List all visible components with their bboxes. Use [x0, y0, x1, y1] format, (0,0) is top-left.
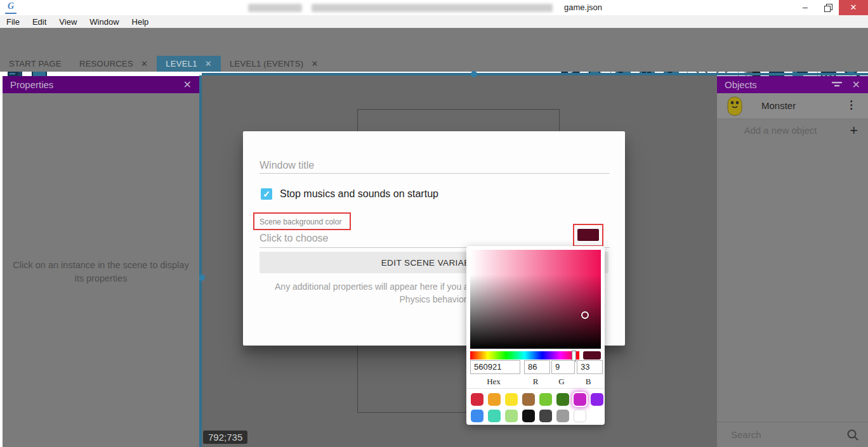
close-button[interactable]: ✕ — [839, 0, 868, 15]
monster-thumbnail-icon — [727, 96, 742, 116]
annotation-box-swatch — [573, 224, 603, 247]
green-label: G — [551, 377, 572, 387]
restore-button[interactable] — [817, 0, 839, 15]
close-tab-icon[interactable]: ✕ — [205, 59, 212, 68]
preset-swatch[interactable] — [591, 393, 603, 406]
title-bar: G game.json – ✕ — [0, 0, 868, 15]
red-input[interactable]: 86 — [524, 360, 550, 374]
minimize-button[interactable]: – — [794, 0, 816, 15]
preset-swatch[interactable] — [488, 410, 501, 422]
tab-resources[interactable]: RESOURCES✕ — [70, 56, 157, 72]
preset-swatch[interactable] — [539, 410, 552, 422]
preset-swatch[interactable] — [556, 410, 569, 422]
saturation-marker[interactable] — [581, 311, 589, 319]
preset-swatch[interactable] — [471, 410, 483, 422]
redacted-path-text — [312, 4, 553, 12]
color-picker-popover: 560921 86 9 33 Hex R G B — [466, 246, 605, 425]
properties-panel-header: Properties ✕ — [3, 76, 199, 93]
menu-edit[interactable]: Edit — [26, 17, 53, 27]
editor-tabs: START PAGE RESOURCES✕ LEVEL1✕ LEVEL1 (EV… — [0, 56, 868, 72]
menu-bar: File Edit View Window Help — [0, 15, 868, 29]
preset-swatch-row — [471, 393, 603, 406]
close-tab-icon[interactable]: ✕ — [141, 59, 148, 68]
tab-start-page[interactable]: START PAGE — [0, 56, 70, 72]
window-title-input[interactable]: Window title — [260, 160, 314, 171]
objects-panel-title: Objects — [725, 79, 757, 90]
main-toolbar: 1:1 — [0, 28, 868, 56]
green-input[interactable]: 9 — [551, 360, 575, 374]
window-title: game.json — [564, 3, 602, 12]
saturation-gradient[interactable] — [470, 250, 601, 349]
preset-swatch[interactable] — [488, 393, 501, 406]
search-icon — [846, 429, 859, 441]
menu-file[interactable]: File — [0, 17, 26, 27]
annotation-box-label — [253, 212, 351, 230]
picker-current-color-swatch — [583, 351, 601, 360]
preset-swatch-selected[interactable] — [574, 393, 586, 406]
red-label: R — [524, 377, 547, 387]
pane-resize-handle[interactable] — [199, 275, 205, 281]
menu-window[interactable]: Window — [83, 17, 125, 27]
properties-panel: Properties ✕ Click on an instance in the… — [3, 76, 199, 447]
pane-divider-horizontal[interactable] — [202, 73, 868, 75]
preset-swatch[interactable] — [522, 393, 535, 406]
search-input[interactable]: Search — [731, 429, 761, 440]
objects-panel-header: Objects ✕ — [717, 76, 868, 93]
close-tab-icon[interactable]: ✕ — [311, 59, 318, 68]
object-row-monster[interactable]: Monster ⋮ — [717, 93, 868, 119]
cursor-coordinates-badge: 792;735 — [203, 431, 247, 444]
restore-icon — [824, 6, 831, 12]
preset-swatch[interactable] — [505, 410, 518, 422]
object-menu-icon[interactable]: ⋮ — [846, 98, 857, 112]
gdevelop-logo-icon: G — [5, 1, 16, 14]
object-name: Monster — [761, 100, 796, 111]
blue-input[interactable]: 33 — [577, 360, 603, 374]
pane-divider-vertical[interactable] — [199, 75, 202, 447]
redacted-title-text — [248, 4, 302, 12]
plus-icon[interactable]: + — [850, 122, 858, 139]
filter-icon[interactable] — [831, 81, 843, 89]
objects-panel: Objects ✕ Monster ⋮ Add a new object + S… — [717, 76, 868, 447]
preset-swatch[interactable] — [574, 410, 586, 422]
objects-search-row[interactable]: Search — [717, 422, 868, 447]
tab-level1[interactable]: LEVEL1✕ — [157, 56, 221, 72]
picker-divider — [466, 388, 605, 389]
stop-musics-checkbox[interactable]: ✓ — [261, 188, 272, 200]
add-object-label: Add a new object — [717, 125, 844, 136]
tab-level1-events[interactable]: LEVEL1 (EVENTS)✕ — [221, 56, 327, 72]
hex-label: Hex — [470, 377, 517, 387]
color-field[interactable]: Click to choose — [260, 233, 329, 244]
properties-panel-title: Properties — [10, 79, 53, 90]
pane-resize-handle[interactable] — [471, 71, 477, 77]
app-window: G game.json – ✕ File Edit View Window He… — [0, 0, 868, 447]
close-panel-icon[interactable]: ✕ — [852, 79, 860, 91]
close-panel-icon[interactable]: ✕ — [183, 79, 192, 91]
preset-swatch-row — [471, 410, 586, 422]
hex-input[interactable]: 560921 — [470, 360, 520, 374]
preset-swatch[interactable] — [471, 393, 483, 406]
preset-swatch[interactable] — [522, 410, 535, 422]
preset-swatch[interactable] — [556, 393, 569, 406]
preset-swatch[interactable] — [539, 393, 552, 406]
blue-label: B — [577, 377, 600, 387]
preset-swatch[interactable] — [505, 393, 518, 406]
properties-empty-message: Click on an instance in the scene to dis… — [11, 259, 190, 285]
add-object-row[interactable]: Add a new object + — [717, 119, 868, 142]
menu-help[interactable]: Help — [126, 17, 155, 27]
input-underline — [260, 173, 610, 174]
menu-view[interactable]: View — [53, 17, 83, 27]
hue-slider[interactable] — [470, 351, 579, 360]
stop-musics-label: Stop musics and sounds on startup — [280, 188, 438, 200]
